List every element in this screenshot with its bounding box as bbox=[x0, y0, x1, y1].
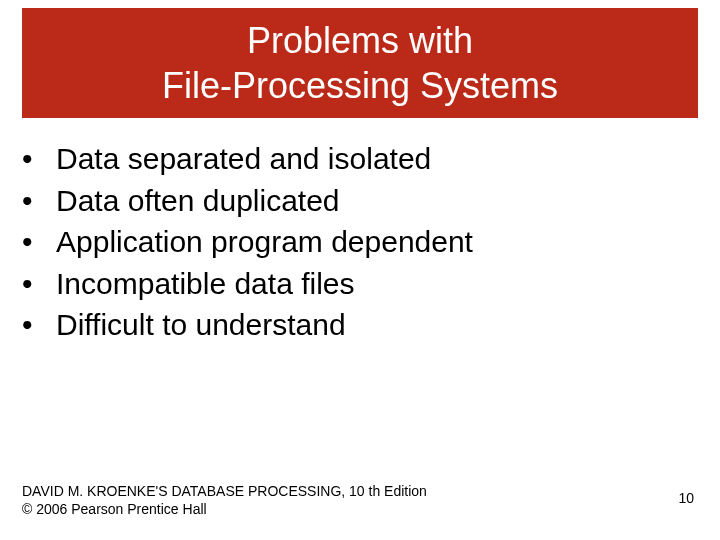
bullet-text: Incompatible data files bbox=[56, 265, 355, 303]
list-item: • Difficult to understand bbox=[22, 306, 682, 344]
bullet-icon: • bbox=[22, 308, 56, 342]
bullet-icon: • bbox=[22, 142, 56, 176]
title-line-2: File-Processing Systems bbox=[162, 65, 558, 106]
list-item: • Incompatible data files bbox=[22, 265, 682, 303]
title-line-1: Problems with bbox=[247, 20, 473, 61]
bullet-icon: • bbox=[22, 184, 56, 218]
bullet-text: Data separated and isolated bbox=[56, 140, 431, 178]
bullet-icon: • bbox=[22, 225, 56, 259]
bullet-list: • Data separated and isolated • Data oft… bbox=[22, 140, 682, 348]
title-box: Problems with File-Processing Systems bbox=[22, 8, 698, 118]
list-item: • Data often duplicated bbox=[22, 182, 682, 220]
footer-line-2: © 2006 Pearson Prentice Hall bbox=[22, 501, 207, 517]
footer-line-1: DAVID M. KROENKE'S DATABASE PROCESSING, … bbox=[22, 483, 427, 499]
slide: Problems with File-Processing Systems • … bbox=[0, 0, 720, 540]
page-number: 10 bbox=[678, 490, 694, 506]
bullet-text: Difficult to understand bbox=[56, 306, 346, 344]
list-item: • Data separated and isolated bbox=[22, 140, 682, 178]
bullet-text: Application program dependent bbox=[56, 223, 473, 261]
bullet-text: Data often duplicated bbox=[56, 182, 340, 220]
bullet-icon: • bbox=[22, 267, 56, 301]
slide-title: Problems with File-Processing Systems bbox=[162, 18, 558, 108]
list-item: • Application program dependent bbox=[22, 223, 682, 261]
footer-text: DAVID M. KROENKE'S DATABASE PROCESSING, … bbox=[22, 482, 427, 518]
